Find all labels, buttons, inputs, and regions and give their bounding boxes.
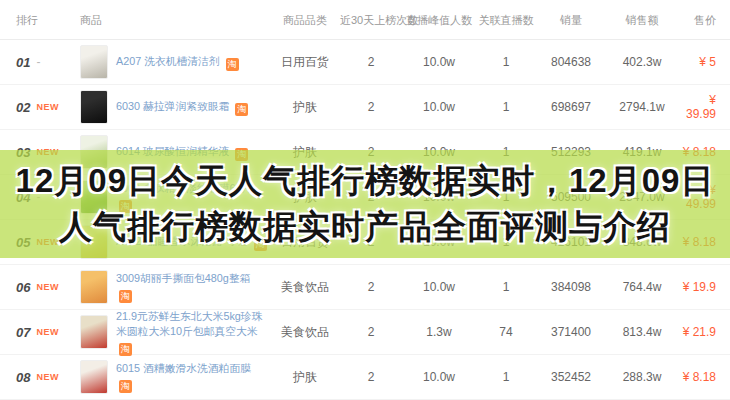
- cell-sales-volume: 698697: [536, 100, 606, 114]
- cell-category: 美食饮品: [270, 279, 340, 296]
- product-cell: 6030 赫拉弹润紧致眼霜 淘: [80, 90, 270, 124]
- product-name-wrap: 3009胡丽手撕面包480g整箱 淘: [116, 271, 268, 303]
- table-row[interactable]: 06 NEW 3009胡丽手撕面包480g整箱 淘 美食饮品 2 10.0w 1…: [0, 265, 730, 310]
- rank-tag: NEW: [36, 327, 59, 337]
- cell-sales-amount: 288.3w: [606, 370, 678, 384]
- header-live-count: 关联直播数: [476, 11, 536, 28]
- product-cell: 3009胡丽手撕面包480g整箱 淘: [80, 270, 270, 304]
- table-row[interactable]: 02 NEW 6030 赫拉弹润紧致眼霜 淘 护肤 2 10.0w 1 6986…: [0, 85, 730, 130]
- rank-tag: NEW: [36, 372, 59, 382]
- platform-badge-icon: 淘: [119, 290, 132, 303]
- cell-live-count: 1: [476, 280, 536, 294]
- product-name-link[interactable]: 6030 赫拉弹润紧致眼霜: [116, 100, 229, 112]
- rank-cell: 01 -: [0, 55, 80, 70]
- product-name-wrap: 6015 酒糟嫩滑水洗酒粕面膜 淘: [116, 361, 268, 393]
- rank-number: 06: [16, 280, 30, 295]
- header-sales-amount: 销售额: [606, 11, 678, 28]
- header-product: 商品: [80, 11, 270, 28]
- cell-price: ¥ 8.18: [678, 370, 730, 384]
- rank-tag: NEW: [36, 282, 59, 292]
- cell-sales-volume: 384098: [536, 280, 606, 294]
- platform-badge-icon: 淘: [119, 380, 132, 393]
- cell-category: 美食饮品: [270, 324, 340, 341]
- cell-price: ¥ 5: [678, 55, 730, 69]
- cell-category: 日用百货: [270, 54, 340, 71]
- rank-cell: 08 NEW: [0, 370, 80, 385]
- cell-peak-viewers: 10.0w: [402, 100, 476, 114]
- product-thumbnail[interactable]: [80, 360, 108, 394]
- table-row[interactable]: 01 - A207 洗衣机槽清洁剂 淘 日用百货 2 10.0w 1 80463…: [0, 40, 730, 85]
- rank-number: 02: [16, 100, 30, 115]
- rank-number: 08: [16, 370, 30, 385]
- promo-banner-line1: 12月09日今天人气排行榜数据实时，12月09日: [0, 158, 730, 204]
- cell-list-times: 2: [340, 325, 402, 339]
- cell-price: ¥ 21.9: [678, 325, 730, 339]
- cell-list-times: 2: [340, 100, 402, 114]
- cell-live-count: 1: [476, 100, 536, 114]
- product-name-wrap: 21.9元苏鲜生东北大米5kg珍珠米圆粒大米10斤包邮真空大米 淘: [116, 309, 268, 356]
- product-name-link[interactable]: 3009胡丽手撕面包480g整箱: [116, 272, 250, 284]
- rank-number: 01: [16, 55, 30, 70]
- product-thumbnail[interactable]: [80, 45, 108, 79]
- product-cell: 21.9元苏鲜生东北大米5kg珍珠米圆粒大米10斤包邮真空大米 淘: [80, 309, 270, 356]
- promo-banner-line2: 人气排行榜数据实时产品全面评测与介绍: [0, 204, 730, 250]
- product-name-link[interactable]: 21.9元苏鲜生东北大米5kg珍珠米圆粒大米10斤包邮真空大米: [116, 310, 262, 337]
- product-name-wrap: A207 洗衣机槽清洁剂 淘: [116, 54, 268, 71]
- header-sales-volume: 销量: [536, 11, 606, 28]
- popularity-ranking-page: 排行 商品 商品品类 近30天上榜次数 直播峰值人数 关联直播数 销量 销售额 …: [0, 0, 730, 400]
- product-cell: A207 洗衣机槽清洁剂 淘: [80, 45, 270, 79]
- cell-sales-volume: 804638: [536, 55, 606, 69]
- rank-tag: -: [36, 55, 41, 69]
- platform-badge-icon: 淘: [119, 343, 132, 356]
- cell-live-count: 1: [476, 55, 536, 69]
- platform-badge-icon: 淘: [226, 58, 239, 71]
- cell-sales-amount: 2794.1w: [606, 100, 678, 114]
- promo-banner-overlay: 12月09日今天人气排行榜数据实时，12月09日 人气排行榜数据实时产品全面评测…: [0, 150, 730, 258]
- rank-cell: 06 NEW: [0, 280, 80, 295]
- cell-peak-viewers: 10.0w: [402, 280, 476, 294]
- cell-sales-amount: 813.4w: [606, 325, 678, 339]
- rank-tag: NEW: [36, 102, 59, 112]
- rank-cell: 07 NEW: [0, 325, 80, 340]
- table-header-row: 排行 商品 商品品类 近30天上榜次数 直播峰值人数 关联直播数 销量 销售额 …: [0, 0, 730, 40]
- product-thumbnail[interactable]: [80, 315, 108, 349]
- product-cell: 6015 酒糟嫩滑水洗酒粕面膜 淘: [80, 360, 270, 394]
- table-row[interactable]: 07 NEW 21.9元苏鲜生东北大米5kg珍珠米圆粒大米10斤包邮真空大米 淘…: [0, 310, 730, 355]
- cell-sales-volume: 371400: [536, 325, 606, 339]
- cell-category: 护肤: [270, 99, 340, 116]
- table-row[interactable]: 08 NEW 6015 酒糟嫩滑水洗酒粕面膜 淘 护肤 2 10.0w 1 35…: [0, 355, 730, 400]
- product-name-link[interactable]: 6015 酒糟嫩滑水洗酒粕面膜: [116, 362, 251, 374]
- cell-list-times: 2: [340, 280, 402, 294]
- cell-price: ¥ 19.9: [678, 280, 730, 294]
- cell-list-times: 2: [340, 370, 402, 384]
- cell-list-times: 2: [340, 55, 402, 69]
- rank-number: 07: [16, 325, 30, 340]
- platform-badge-icon: 淘: [235, 103, 248, 116]
- product-thumbnail[interactable]: [80, 90, 108, 124]
- cell-price: ¥ 39.99: [678, 93, 730, 121]
- cell-live-count: 74: [476, 325, 536, 339]
- cell-category: 护肤: [270, 369, 340, 386]
- cell-peak-viewers: 10.0w: [402, 370, 476, 384]
- product-name-link[interactable]: A207 洗衣机槽清洁剂: [116, 55, 220, 67]
- cell-sales-amount: 402.3w: [606, 55, 678, 69]
- product-thumbnail[interactable]: [80, 270, 108, 304]
- header-category: 商品品类: [270, 11, 340, 28]
- product-name-wrap: 6030 赫拉弹润紧致眼霜 淘: [116, 99, 268, 116]
- header-peak-viewers: 直播峰值人数: [402, 11, 476, 28]
- cell-sales-amount: 764.4w: [606, 280, 678, 294]
- header-rank: 排行: [0, 11, 80, 28]
- cell-sales-volume: 352452: [536, 370, 606, 384]
- cell-peak-viewers: 1.3w: [402, 325, 476, 339]
- cell-live-count: 1: [476, 370, 536, 384]
- rank-cell: 02 NEW: [0, 100, 80, 115]
- header-price: 售价: [678, 11, 730, 28]
- cell-peak-viewers: 10.0w: [402, 55, 476, 69]
- header-list-times: 近30天上榜次数: [340, 11, 402, 28]
